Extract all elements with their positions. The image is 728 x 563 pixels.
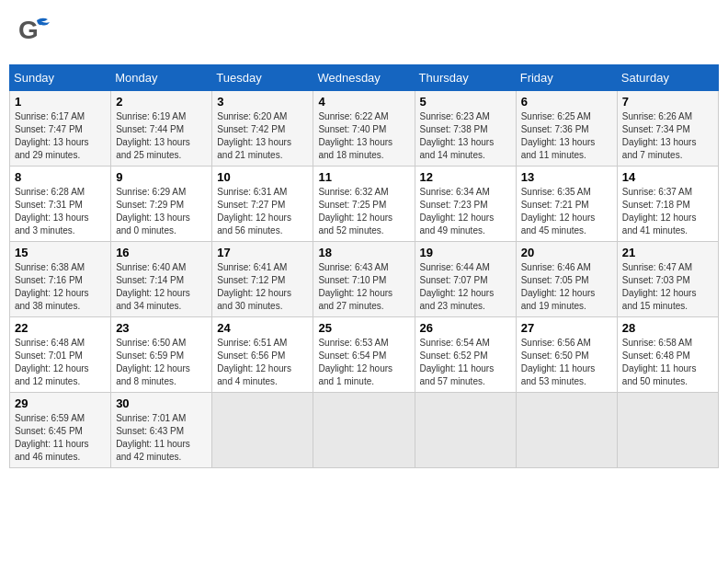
day-info: Sunrise: 6:37 AM Sunset: 7:18 PM Dayligh… (622, 186, 713, 237)
calendar-cell: 19Sunrise: 6:44 AM Sunset: 7:07 PM Dayli… (415, 242, 516, 317)
calendar-cell: 28Sunrise: 6:58 AM Sunset: 6:48 PM Dayli… (617, 317, 718, 393)
day-number: 16 (116, 246, 207, 259)
calendar-cell: 20Sunrise: 6:46 AM Sunset: 7:05 PM Dayli… (516, 242, 617, 317)
calendar-cell: 27Sunrise: 6:56 AM Sunset: 6:50 PM Dayli… (516, 317, 617, 393)
day-info: Sunrise: 6:59 AM Sunset: 6:45 PM Dayligh… (15, 412, 106, 464)
day-info: Sunrise: 7:01 AM Sunset: 6:43 PM Dayligh… (116, 412, 207, 464)
day-number: 29 (15, 396, 106, 410)
day-info: Sunrise: 6:23 AM Sunset: 7:38 PM Dayligh… (420, 110, 511, 162)
day-number: 12 (420, 170, 511, 184)
day-info: Sunrise: 6:54 AM Sunset: 6:52 PM Dayligh… (420, 337, 511, 388)
calendar-week-row-3: 22Sunrise: 6:48 AM Sunset: 7:01 PM Dayli… (10, 317, 719, 393)
weekday-header-saturday: Saturday (617, 65, 718, 91)
header: G (9, 9, 719, 57)
day-info: Sunrise: 6:31 AM Sunset: 7:27 PM Dayligh… (217, 186, 308, 237)
day-number: 27 (521, 321, 612, 335)
day-number: 19 (420, 246, 511, 259)
weekday-header-row: SundayMondayTuesdayWednesdayThursdayFrid… (10, 65, 719, 91)
calendar-week-row-2: 15Sunrise: 6:38 AM Sunset: 7:16 PM Dayli… (10, 242, 719, 317)
day-info: Sunrise: 6:48 AM Sunset: 7:01 PM Dayligh… (15, 337, 106, 388)
weekday-header-friday: Friday (516, 65, 617, 91)
calendar-week-row-1: 8Sunrise: 6:28 AM Sunset: 7:31 PM Daylig… (10, 167, 719, 242)
day-info: Sunrise: 6:25 AM Sunset: 7:36 PM Dayligh… (521, 110, 612, 162)
day-info: Sunrise: 6:28 AM Sunset: 7:31 PM Dayligh… (15, 186, 106, 237)
day-info: Sunrise: 6:43 AM Sunset: 7:10 PM Dayligh… (318, 261, 409, 313)
calendar-cell: 30Sunrise: 7:01 AM Sunset: 6:43 PM Dayli… (111, 393, 212, 468)
day-info: Sunrise: 6:51 AM Sunset: 6:56 PM Dayligh… (217, 337, 308, 388)
day-info: Sunrise: 6:26 AM Sunset: 7:34 PM Dayligh… (622, 110, 713, 162)
day-number: 25 (318, 321, 409, 335)
day-info: Sunrise: 6:44 AM Sunset: 7:07 PM Dayligh… (420, 261, 511, 313)
weekday-header-sunday: Sunday (10, 65, 111, 91)
calendar-cell: 5Sunrise: 6:23 AM Sunset: 7:38 PM Daylig… (415, 91, 516, 167)
day-info: Sunrise: 6:40 AM Sunset: 7:14 PM Dayligh… (116, 261, 207, 313)
day-number: 6 (521, 95, 612, 109)
day-number: 21 (622, 246, 713, 259)
calendar-cell: 4Sunrise: 6:22 AM Sunset: 7:40 PM Daylig… (313, 91, 415, 167)
calendar-cell: 24Sunrise: 6:51 AM Sunset: 6:56 PM Dayli… (212, 317, 313, 393)
weekday-header-monday: Monday (111, 65, 212, 91)
calendar-cell: 17Sunrise: 6:41 AM Sunset: 7:12 PM Dayli… (212, 242, 313, 317)
day-number: 13 (521, 170, 612, 184)
day-info: Sunrise: 6:22 AM Sunset: 7:40 PM Dayligh… (318, 110, 409, 162)
calendar-cell: 7Sunrise: 6:26 AM Sunset: 7:34 PM Daylig… (617, 91, 718, 167)
day-number: 7 (622, 95, 713, 109)
day-number: 18 (318, 246, 409, 259)
day-info: Sunrise: 6:50 AM Sunset: 6:59 PM Dayligh… (116, 337, 207, 388)
weekday-header-thursday: Thursday (415, 65, 516, 91)
calendar-week-row-0: 1Sunrise: 6:17 AM Sunset: 7:47 PM Daylig… (10, 91, 719, 167)
calendar-cell (313, 393, 415, 468)
calendar-cell: 14Sunrise: 6:37 AM Sunset: 7:18 PM Dayli… (617, 167, 718, 242)
calendar-week-row-4: 29Sunrise: 6:59 AM Sunset: 6:45 PM Dayli… (10, 393, 719, 468)
day-number: 22 (15, 321, 106, 335)
day-number: 20 (521, 246, 612, 259)
calendar-cell: 1Sunrise: 6:17 AM Sunset: 7:47 PM Daylig… (10, 91, 111, 167)
day-number: 23 (116, 321, 207, 335)
day-number: 15 (15, 246, 106, 259)
day-info: Sunrise: 6:17 AM Sunset: 7:47 PM Dayligh… (15, 110, 106, 162)
day-info: Sunrise: 6:46 AM Sunset: 7:05 PM Dayligh… (521, 261, 612, 313)
calendar-cell: 13Sunrise: 6:35 AM Sunset: 7:21 PM Dayli… (516, 167, 617, 242)
day-info: Sunrise: 6:47 AM Sunset: 7:03 PM Dayligh… (622, 261, 713, 313)
day-number: 4 (318, 95, 409, 109)
day-number: 30 (116, 396, 207, 410)
calendar-cell (415, 393, 516, 468)
day-number: 8 (15, 170, 106, 184)
calendar-cell (617, 393, 718, 468)
day-number: 28 (622, 321, 713, 335)
day-number: 9 (116, 170, 207, 184)
calendar-cell: 10Sunrise: 6:31 AM Sunset: 7:27 PM Dayli… (212, 167, 313, 242)
calendar-cell: 8Sunrise: 6:28 AM Sunset: 7:31 PM Daylig… (10, 167, 111, 242)
calendar-cell (212, 393, 313, 468)
day-number: 5 (420, 95, 511, 109)
weekday-header-tuesday: Tuesday (212, 65, 313, 91)
calendar-cell: 12Sunrise: 6:34 AM Sunset: 7:23 PM Dayli… (415, 167, 516, 242)
calendar-cell: 23Sunrise: 6:50 AM Sunset: 6:59 PM Dayli… (111, 317, 212, 393)
day-info: Sunrise: 6:32 AM Sunset: 7:25 PM Dayligh… (318, 186, 409, 237)
day-number: 10 (217, 170, 308, 184)
logo: G (17, 13, 57, 53)
day-number: 24 (217, 321, 308, 335)
day-number: 11 (318, 170, 409, 184)
day-number: 17 (217, 246, 308, 259)
weekday-header-wednesday: Wednesday (313, 65, 415, 91)
calendar-cell: 16Sunrise: 6:40 AM Sunset: 7:14 PM Dayli… (111, 242, 212, 317)
day-info: Sunrise: 6:38 AM Sunset: 7:16 PM Dayligh… (15, 261, 106, 313)
logo-icon: G (17, 13, 53, 53)
calendar-cell: 9Sunrise: 6:29 AM Sunset: 7:29 PM Daylig… (111, 167, 212, 242)
calendar-cell: 18Sunrise: 6:43 AM Sunset: 7:10 PM Dayli… (313, 242, 415, 317)
calendar-cell: 29Sunrise: 6:59 AM Sunset: 6:45 PM Dayli… (10, 393, 111, 468)
calendar-cell: 3Sunrise: 6:20 AM Sunset: 7:42 PM Daylig… (212, 91, 313, 167)
day-info: Sunrise: 6:56 AM Sunset: 6:50 PM Dayligh… (521, 337, 612, 388)
day-number: 1 (15, 95, 106, 109)
day-number: 3 (217, 95, 308, 109)
calendar-cell: 15Sunrise: 6:38 AM Sunset: 7:16 PM Dayli… (10, 242, 111, 317)
day-info: Sunrise: 6:35 AM Sunset: 7:21 PM Dayligh… (521, 186, 612, 237)
calendar-cell: 2Sunrise: 6:19 AM Sunset: 7:44 PM Daylig… (111, 91, 212, 167)
day-number: 14 (622, 170, 713, 184)
day-number: 2 (116, 95, 207, 109)
day-info: Sunrise: 6:41 AM Sunset: 7:12 PM Dayligh… (217, 261, 308, 313)
calendar-cell: 21Sunrise: 6:47 AM Sunset: 7:03 PM Dayli… (617, 242, 718, 317)
day-info: Sunrise: 6:53 AM Sunset: 6:54 PM Dayligh… (318, 337, 409, 388)
day-info: Sunrise: 6:29 AM Sunset: 7:29 PM Dayligh… (116, 186, 207, 237)
